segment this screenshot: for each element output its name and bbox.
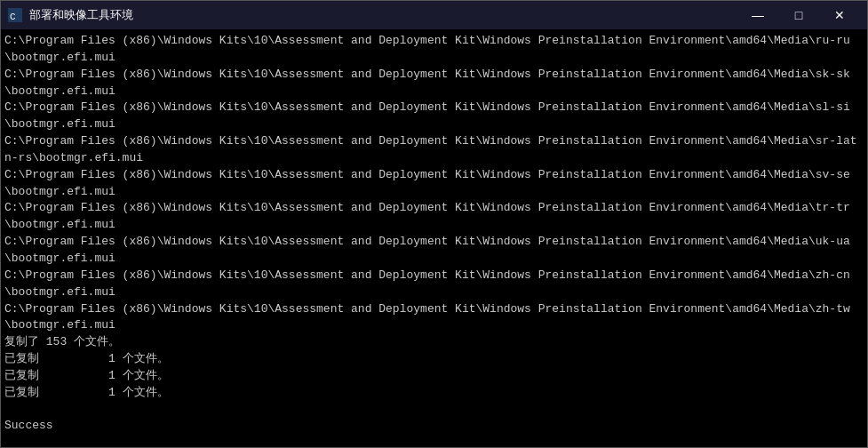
window-controls: — □ ✕: [737, 1, 860, 29]
close-button[interactable]: ✕: [819, 1, 860, 29]
terminal-output: C:\Program Files (x86)\Windows Kits\10\A…: [1, 29, 867, 447]
app-icon: C: [8, 8, 22, 22]
window-title: 部署和映像工具环境: [29, 7, 737, 23]
maximize-button[interactable]: □: [778, 1, 819, 29]
title-bar: C 部署和映像工具环境 — □ ✕: [1, 1, 867, 29]
minimize-button[interactable]: —: [737, 1, 778, 29]
window: C 部署和映像工具环境 — □ ✕ C:\Program Files (x86)…: [0, 0, 868, 448]
svg-text:C: C: [10, 12, 16, 22]
